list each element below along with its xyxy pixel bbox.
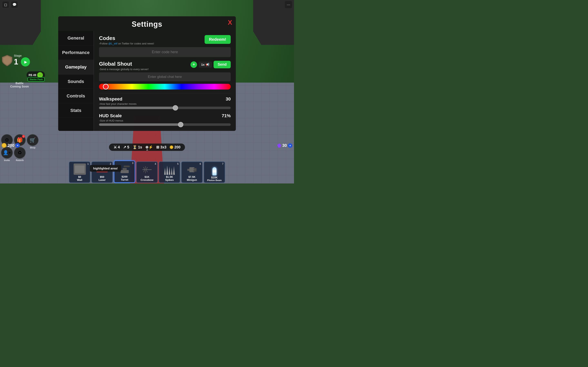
walkspeed-thumb[interactable] (173, 105, 178, 110)
redeem-button[interactable]: Redeem! (205, 35, 231, 44)
minigun-icon (186, 165, 198, 175)
hud-scale-row: HUD Scale -Size of HUD menus 71% (99, 113, 231, 126)
gold-display: 200 + (2, 143, 20, 148)
hud-arrow: ↗ 5 (123, 145, 129, 150)
daily-notification: ! (22, 135, 25, 138)
action-invite[interactable]: 👤+ Invite (1, 147, 13, 161)
wall-icon (73, 164, 86, 175)
walkspeed-info: Walkspeed -How fast your character moves (99, 96, 137, 105)
inv-slot-5[interactable]: 5 $1.5K Spikes (159, 161, 180, 183)
hud-coin-icon (170, 145, 173, 149)
code-input[interactable] (99, 47, 231, 57)
gem-display: 30 + (277, 143, 292, 148)
inv-slot-3[interactable]: 3 $200 Turret (114, 160, 135, 183)
hud-coins: 200 (170, 145, 181, 150)
partial-section: Tutorials... (99, 130, 231, 131)
walkspeed-fill (99, 107, 175, 109)
svg-rect-2 (123, 166, 130, 167)
divider-1 (99, 93, 231, 93)
gem-plus-btn[interactable]: + (288, 143, 292, 148)
send-button[interactable]: Send (214, 61, 231, 68)
hud-scale-value: 71% (222, 113, 231, 118)
color-slider-container (99, 84, 231, 90)
spikes-icon (163, 165, 176, 175)
svg-rect-7 (194, 171, 197, 172)
settings-content: Codes -Follow @L_eiif on Twitter for cod… (94, 31, 236, 131)
codes-header: Codes -Follow @L_eiif on Twitter for cod… (99, 35, 231, 45)
codes-info: Codes -Follow @L_eiif on Twitter for cod… (99, 35, 154, 45)
inv-slot-7[interactable]: 7 $10K Photon Beam (204, 161, 225, 183)
walkspeed-row: Walkspeed -How fast your character moves… (99, 96, 231, 109)
sidebar-item-gameplay[interactable]: Gameplay (58, 60, 94, 75)
roblox-chat-btn[interactable]: 💬 (11, 1, 18, 8)
codes-title: Codes (99, 35, 154, 42)
stage-area: Stage 1 ▶ (2, 54, 30, 67)
arrow-up-indicator: ⌃ (146, 149, 149, 153)
stage-display: Stage 1 ▶ (14, 54, 30, 67)
gold-plus-btn[interactable]: + (15, 143, 20, 148)
action-icons-row2: 👤+ Invite ♻ Rebirth (1, 147, 26, 161)
walkspeed-track[interactable] (99, 107, 231, 109)
gold-coin-icon (2, 143, 7, 148)
sidebar-item-controls[interactable]: Controls (58, 89, 94, 103)
svg-rect-5 (194, 168, 197, 169)
global-shout-title: Global Shout (99, 61, 149, 67)
gem-icon (277, 143, 281, 148)
shout-controls: + 1x 📢 Send (190, 61, 231, 68)
photon-beam-icon (208, 165, 221, 175)
color-slider[interactable] (99, 84, 231, 90)
close-button[interactable]: X (228, 19, 232, 26)
starter-pack-label[interactable]: Starter Pack (27, 77, 45, 82)
shout-count: 1x 📢 (199, 62, 212, 68)
inv-slot-1[interactable]: 1 $0 Wall (69, 161, 90, 183)
twitter-link[interactable]: @L_eiif (108, 42, 117, 45)
inv-slot-4[interactable]: 4 $1K Crossbow (136, 161, 158, 183)
hud-grid: ⊞ 3x3 (156, 145, 166, 150)
hud-scale-info: HUD Scale -Size of HUD menus (99, 113, 123, 122)
sidebar-item-sounds[interactable]: Sounds (58, 75, 94, 89)
sword-icon: ⚔ (113, 145, 117, 150)
roblox-topbar: ◻ 💬 (0, 0, 294, 9)
sidebar-item-performance[interactable]: Performance (58, 45, 94, 60)
global-chat-input[interactable] (99, 72, 231, 81)
inv-slot-6[interactable]: 6 $7.5K Minigun (181, 161, 203, 183)
inv-slot-2[interactable]: 2 $50 Laser (91, 161, 113, 183)
walkspeed-sub: -How fast your character moves (99, 102, 137, 105)
sidebar-item-stats[interactable]: Stats (58, 103, 94, 118)
action-rebirth[interactable]: ♻ Rebirth (14, 147, 26, 161)
timer-icon: ⏳ (132, 145, 137, 150)
megaphone-icon: 📢 (206, 63, 209, 67)
battle-text: Battle Coming Soon (10, 82, 29, 88)
settings-title: Settings (58, 16, 236, 31)
codes-sub: -Follow @L_eiif on Twitter for codes and… (99, 42, 154, 45)
hud-scale-label-row: HUD Scale -Size of HUD menus 71% (99, 113, 231, 122)
walkspeed-value: 30 (226, 96, 231, 102)
shop-icon-btn[interactable]: 🛒 (27, 134, 39, 146)
walkspeed-label-row: Walkspeed -How fast your character moves… (99, 96, 231, 105)
hud-scale-fill (99, 123, 181, 126)
highlight-tooltip: highlighted area! (90, 165, 121, 172)
hud-scale-sub: -Size of HUD menus (99, 119, 123, 122)
global-shout-sub: -Send a message globally to every server… (99, 68, 149, 71)
svg-rect-0 (121, 170, 129, 173)
play-button[interactable]: ▶ (21, 57, 30, 67)
color-slider-thumb[interactable] (103, 84, 109, 90)
action-shop[interactable]: 🛒 Shop (27, 134, 39, 149)
inventory-bar: 1 $0 Wall 2 $50 Laser 3 $200 Turret 4 (69, 160, 225, 184)
hud-scale-track[interactable] (99, 123, 231, 126)
settings-modal: Settings X General Performance Gameplay … (58, 16, 236, 131)
hud-timer: ⏳ 1s (132, 145, 142, 150)
global-shout-info: Global Shout -Send a message globally to… (99, 61, 149, 71)
shout-plus-btn[interactable]: + (190, 61, 197, 68)
shield-icon (2, 54, 13, 67)
sidebar-item-general[interactable]: General (58, 31, 94, 45)
rebirth-icon-btn[interactable]: ♻ (14, 147, 26, 159)
svg-rect-1 (122, 168, 127, 170)
global-shout-header: Global Shout -Send a message globally to… (99, 61, 231, 71)
invite-icon-btn[interactable]: 👤+ (1, 147, 13, 159)
walkspeed-title: Walkspeed (99, 96, 137, 102)
arrow-icon: ↗ (123, 145, 126, 150)
roblox-logo-btn[interactable]: ◻ (2, 1, 9, 8)
hud-scale-thumb[interactable] (178, 122, 183, 127)
hud-scale-title: HUD Scale (99, 113, 123, 118)
